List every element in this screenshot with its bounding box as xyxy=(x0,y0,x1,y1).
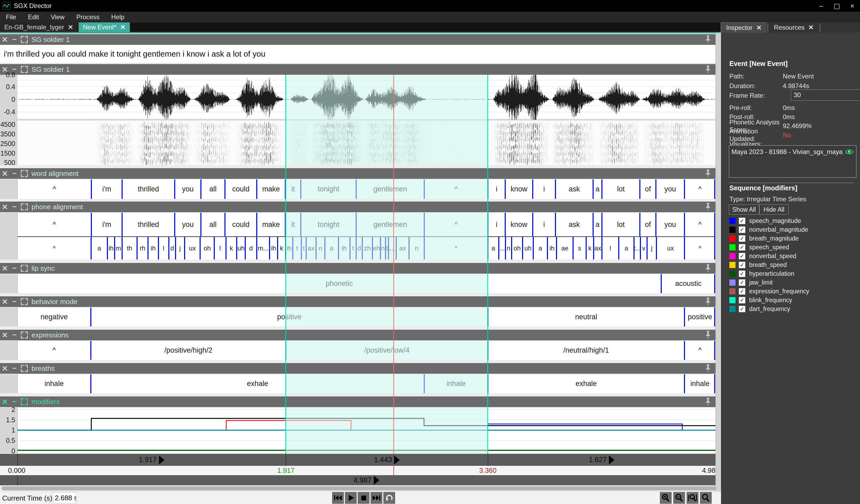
current-time-input[interactable]: 2.688 s xyxy=(53,492,76,503)
segment-cell[interactable]: ask xyxy=(556,179,593,199)
segment-boundary[interactable] xyxy=(684,374,685,393)
full-play-icon[interactable] xyxy=(374,476,379,485)
segment-cell[interactable]: i xyxy=(488,179,505,199)
segment-boundary[interactable] xyxy=(256,213,257,236)
segment-cell[interactable]: a xyxy=(619,237,634,260)
segment-boundary[interactable] xyxy=(121,237,123,260)
segment-boundary[interactable] xyxy=(226,237,227,260)
segment-cell[interactable]: i xyxy=(488,213,505,236)
track-close-icon[interactable]: ✕ xyxy=(0,398,10,406)
segment-cell[interactable]: ^ xyxy=(685,237,715,260)
tab-close-icon[interactable]: ✕ xyxy=(808,24,814,31)
segment-boundary[interactable] xyxy=(349,237,350,260)
segment-boundary[interactable] xyxy=(601,179,602,199)
segment-boundary[interactable] xyxy=(396,237,397,260)
legend-checkbox[interactable]: ✓ xyxy=(739,262,745,268)
track-expand-icon[interactable] xyxy=(21,398,28,405)
segment-boundary[interactable] xyxy=(424,237,425,260)
segment-boundary[interactable] xyxy=(714,237,715,260)
segment-cell[interactable]: n xyxy=(316,237,325,260)
segment-cell[interactable]: ih xyxy=(270,237,277,260)
track-close-icon[interactable]: ✕ xyxy=(0,35,10,44)
segment-cell[interactable]: of xyxy=(640,213,656,236)
panel-tab-resources[interactable]: Resources✕ xyxy=(769,23,819,33)
segment-cell[interactable]: ^ xyxy=(685,213,715,236)
segment-boundary[interactable] xyxy=(639,213,640,236)
segment-boundary[interactable] xyxy=(385,237,386,260)
segment-cell[interactable]: ax xyxy=(306,237,316,260)
segment-boundary[interactable] xyxy=(285,179,286,199)
pin-icon[interactable] xyxy=(705,264,711,272)
legend-checkbox[interactable]: ✓ xyxy=(739,244,745,251)
tab-close-icon[interactable]: ✕ xyxy=(68,24,73,31)
pin-icon[interactable] xyxy=(705,331,711,339)
segment-boundary[interactable] xyxy=(324,237,326,260)
segment-cell[interactable]: lot xyxy=(602,179,640,199)
segment-cell[interactable]: a xyxy=(593,213,602,236)
segment-cell[interactable]: d xyxy=(356,237,362,260)
tab-close-icon[interactable]: ✕ xyxy=(120,24,126,31)
legend-checkbox[interactable]: ✓ xyxy=(739,226,745,233)
segment-cell[interactable]: ^ xyxy=(17,341,91,360)
segment-cell[interactable]: k xyxy=(226,237,237,260)
segment-boundary[interactable] xyxy=(655,179,656,199)
segment-cell[interactable]: a xyxy=(593,179,602,199)
segment-cell[interactable]: exhale xyxy=(91,374,424,393)
segment-boundary[interactable] xyxy=(647,237,648,260)
segment-cell[interactable]: it xyxy=(285,179,301,199)
segment-boundary[interactable] xyxy=(556,237,557,260)
segment-boundary[interactable] xyxy=(424,179,425,199)
vertical-scrollbar[interactable] xyxy=(715,33,721,491)
track-expand-icon[interactable] xyxy=(21,66,28,73)
segment-duration-bar[interactable]: 1.9171.4431.627 xyxy=(0,454,715,466)
legend-checkbox[interactable]: ✓ xyxy=(739,288,745,295)
segment-cell[interactable]: s xyxy=(573,237,586,260)
segment-boundary[interactable] xyxy=(121,179,123,199)
segment-boundary[interactable] xyxy=(532,179,533,199)
segment-cell[interactable]: /neutral/high/1 xyxy=(488,341,685,360)
segment-boundary[interactable] xyxy=(91,179,92,199)
maximize-window-icon[interactable]: ▢ xyxy=(829,0,845,12)
segment-boundary[interactable] xyxy=(684,308,685,326)
segment-boundary[interactable] xyxy=(684,213,685,236)
track-minimize-icon[interactable]: − xyxy=(10,398,19,406)
track-minimize-icon[interactable]: − xyxy=(10,364,19,373)
segment-cell[interactable]: you xyxy=(175,179,201,199)
segment-boundary[interactable] xyxy=(90,341,91,360)
segment-boundary[interactable] xyxy=(505,237,506,260)
segment-cell[interactable]: of xyxy=(640,179,656,199)
track-content-modifiers[interactable]: 21.510.50 xyxy=(0,407,715,453)
segment-boundary[interactable] xyxy=(714,179,715,199)
segment-cell[interactable]: acoustic xyxy=(661,274,715,293)
segment-cell[interactable]: gentlemen xyxy=(356,213,424,236)
segment-boundary[interactable] xyxy=(714,341,715,360)
track-content-word_alignment[interactable]: ^i'mthrilledyouallcouldmakeittonightgent… xyxy=(0,179,715,199)
segment-duration-label[interactable]: 1.443 xyxy=(286,454,488,466)
segment-cell[interactable]: thrilled xyxy=(122,179,175,199)
show-all-button[interactable]: Show All xyxy=(729,205,759,214)
track-close-icon[interactable]: ✕ xyxy=(0,264,10,273)
segment-boundary[interactable] xyxy=(214,237,215,260)
track-minimize-icon[interactable]: − xyxy=(10,203,19,211)
segment-cell[interactable]: ^ xyxy=(424,237,488,260)
segment-cell[interactable]: positive xyxy=(685,308,715,326)
segment-boundary[interactable] xyxy=(593,237,594,260)
segment-duration-label[interactable]: 1.627 xyxy=(488,454,715,466)
segment-cell[interactable]: zh xyxy=(362,237,372,260)
segment-boundary[interactable] xyxy=(285,213,286,236)
segment-cell[interactable]: k xyxy=(586,237,593,260)
zoom-in-button[interactable] xyxy=(660,492,672,504)
segment-cell[interactable]: /positive/high/2 xyxy=(91,341,286,360)
menu-item-view[interactable]: View xyxy=(45,12,71,23)
minimize-window-icon[interactable]: – xyxy=(814,0,829,12)
segment-play-icon[interactable] xyxy=(159,456,164,464)
segment-boundary[interactable] xyxy=(225,213,226,236)
segment-boundary[interactable] xyxy=(372,237,373,260)
modifiers-plot[interactable] xyxy=(17,407,715,453)
pin-icon[interactable] xyxy=(705,364,711,373)
segment-boundary[interactable] xyxy=(714,308,715,326)
segment-boundary[interactable] xyxy=(225,179,226,199)
segment-boundary[interactable] xyxy=(356,237,357,260)
menu-item-file[interactable]: File xyxy=(0,12,22,23)
segment-boundary[interactable] xyxy=(316,237,317,260)
